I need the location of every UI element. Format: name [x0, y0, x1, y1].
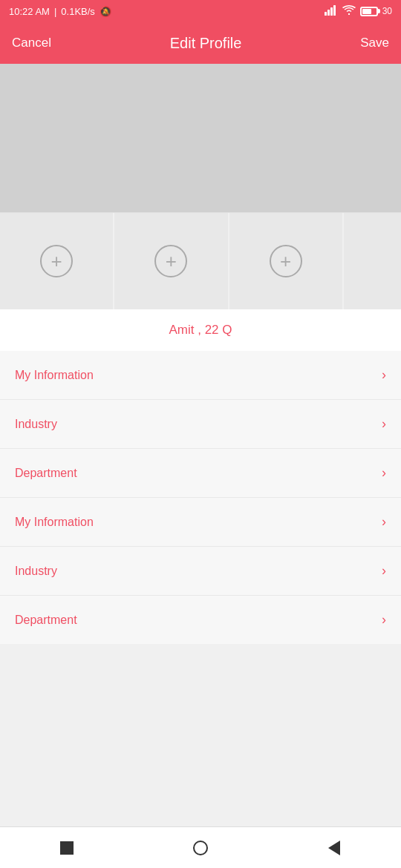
wifi-icon: [342, 5, 356, 18]
bottom-nav: [0, 826, 401, 868]
menu-item-my-information-1[interactable]: My Information ›: [0, 351, 401, 400]
nav-square-button[interactable]: [56, 838, 77, 858]
menu-item-my-information-2[interactable]: My Information ›: [0, 498, 401, 547]
add-photo-icon-2: +: [154, 245, 187, 277]
nav-back-button[interactable]: [324, 838, 345, 858]
menu-item-label-4: My Information: [15, 516, 94, 529]
photo-cell-1[interactable]: +: [0, 213, 114, 309]
chevron-right-icon-5: ›: [382, 563, 386, 579]
status-right: 30: [325, 5, 392, 18]
signal-icon: [325, 5, 338, 18]
svg-rect-2: [330, 7, 333, 16]
menu-item-department-2[interactable]: Department ›: [0, 596, 401, 644]
menu-item-department-1[interactable]: Department ›: [0, 449, 401, 498]
menu-item-label-5: Industry: [15, 565, 57, 578]
chevron-right-icon-4: ›: [382, 514, 386, 530]
save-button[interactable]: Save: [360, 36, 389, 50]
nav-home-button[interactable]: [190, 838, 211, 858]
menu-item-label-3: Department: [15, 467, 77, 480]
photo-cell-2[interactable]: +: [114, 213, 229, 309]
menu-item-industry-1[interactable]: Industry ›: [0, 400, 401, 449]
photo-cell-4-partial[interactable]: [344, 213, 401, 309]
menu-item-label-1: My Information: [15, 369, 94, 382]
network-speed: |: [54, 6, 56, 17]
status-bar: 10:22 AM | 0.1KB/s 🔕 30: [0, 0, 401, 22]
mute-icon: 🔕: [100, 6, 111, 17]
add-photo-icon-3: +: [270, 245, 302, 277]
battery-fill: [362, 9, 372, 14]
menu-item-label-6: Department: [15, 614, 77, 627]
svg-rect-3: [333, 5, 336, 16]
page-title: Edit Profile: [170, 35, 242, 52]
battery-percent: 30: [382, 6, 392, 16]
chevron-right-icon-2: ›: [382, 416, 386, 432]
svg-rect-0: [325, 12, 327, 16]
chevron-right-icon-3: ›: [382, 465, 386, 481]
photo-grid: + + +: [0, 212, 401, 309]
user-name-section: Amit , 22 Q: [0, 309, 401, 351]
cover-photo-area[interactable]: [0, 64, 401, 212]
menu-list: My Information › Industry › Department ›…: [0, 351, 401, 644]
svg-rect-1: [327, 10, 330, 16]
user-name-display: Amit , 22 Q: [169, 323, 232, 337]
cancel-button[interactable]: Cancel: [12, 36, 51, 50]
status-left: 10:22 AM | 0.1KB/s 🔕: [9, 6, 111, 17]
add-photo-icon-1: +: [40, 245, 73, 277]
circle-icon: [193, 841, 208, 855]
time-display: 10:22 AM: [9, 6, 50, 17]
chevron-right-icon-6: ›: [382, 612, 386, 628]
triangle-icon: [328, 841, 340, 855]
menu-item-industry-2[interactable]: Industry ›: [0, 547, 401, 596]
chevron-right-icon-1: ›: [382, 367, 386, 383]
app-header: Cancel Edit Profile Save: [0, 22, 401, 64]
photo-cell-3[interactable]: +: [229, 213, 344, 309]
menu-item-label-2: Industry: [15, 418, 57, 431]
square-icon: [60, 841, 74, 855]
battery-icon: [360, 7, 378, 16]
network-speed-value: 0.1KB/s: [61, 6, 95, 17]
